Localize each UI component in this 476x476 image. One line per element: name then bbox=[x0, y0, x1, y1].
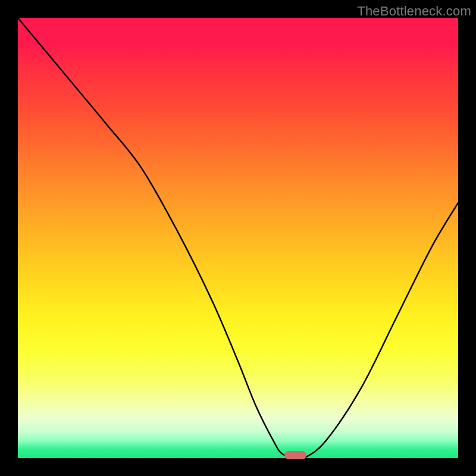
watermark-text: TheBottleneck.com bbox=[357, 4, 471, 19]
plot-area bbox=[18, 18, 458, 458]
bottleneck-curve bbox=[18, 18, 458, 458]
optimal-range-marker bbox=[284, 451, 306, 459]
chart-frame: TheBottleneck.com bbox=[0, 0, 476, 476]
